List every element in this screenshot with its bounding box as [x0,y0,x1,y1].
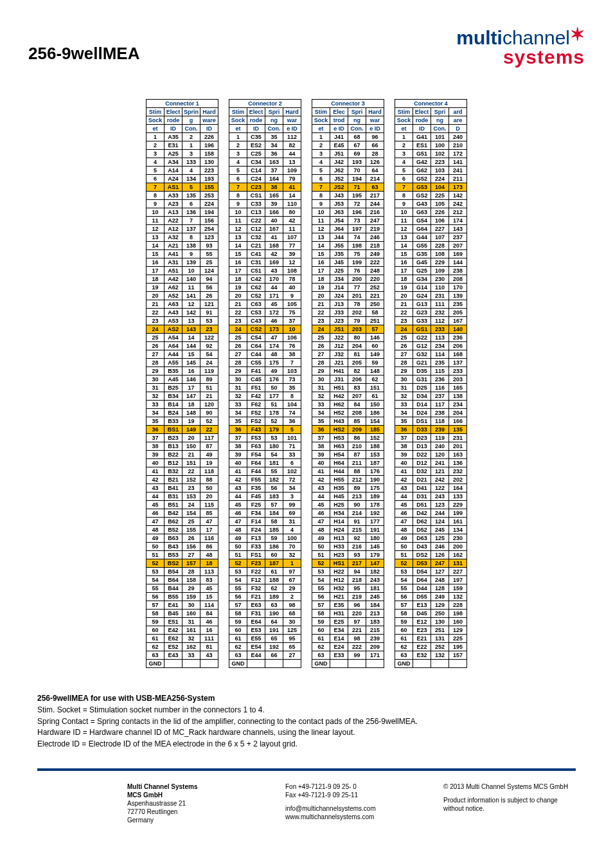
cell: C54 [247,334,265,342]
table-col-header: trod [330,116,348,125]
cell: 7 [312,183,330,192]
cell: A33 [164,192,182,200]
cell: 238 [449,267,467,275]
footer-col-contact: Fon +49-7121-9 09 25- 0 Fax +49-7121-9 0… [285,782,418,829]
cell: 95 [283,635,301,643]
table-row: 31B251751 [146,384,218,392]
cell: H32 [330,584,348,593]
table-row: 24CS217310 [229,325,301,334]
cell: 203 [348,325,366,334]
cell: 116 [200,534,218,543]
cell: 248 [431,576,449,584]
cell: 6 [146,175,164,183]
connector-1-table: Connector 1StimElectSprinHardSockrodegwa… [146,99,218,668]
cell: HS1 [330,559,348,568]
cell: 209 [348,426,366,434]
cell: 204 [348,342,366,350]
cell: 10 [146,208,164,217]
cell: BS1 [164,426,182,434]
table-row: 2ES1100210 [395,141,467,150]
cell: 107 [283,233,301,242]
cell: 16 [182,367,200,375]
cell: 76 [283,342,301,350]
table-row: 20G24231139 [395,292,467,300]
cell: 206 [348,375,366,384]
cell: 20 [146,292,164,300]
cell: 47 [200,518,218,526]
cell: 39 [312,451,330,459]
cell: 146 [182,375,200,384]
table-row: 54D64248197 [395,576,467,584]
cell: 140 [449,325,467,334]
cell: 218 [366,242,384,250]
cell: 108 [283,267,301,275]
cell: 97 [348,618,366,626]
cell: E23 [413,626,431,635]
cell: 115 [431,367,449,375]
table-row: 63E32132157 [395,651,467,660]
table-row: 39B222149 [146,451,218,459]
cell: 2 [229,141,247,150]
cell: 198 [348,242,366,250]
cell: 8 [182,233,200,242]
cell: 40 [265,217,283,225]
cell: 195 [348,192,366,200]
cell: 246 [431,543,449,551]
cell: 196 [348,208,366,217]
table-col-header: ID [200,125,218,133]
cell: F23 [247,559,265,568]
cell: 39 [395,451,413,459]
table-row: 18A4214094 [146,275,218,284]
cell: 179 [265,426,283,434]
cell: 59 [312,618,330,626]
cell: D32 [413,467,431,476]
cell: A51 [164,267,182,275]
cell: D23 [413,434,431,442]
cell: 243 [366,576,384,584]
cell: 64 [265,618,283,626]
cell: 216 [348,543,366,551]
cell: 16 [312,258,330,267]
cell: 117 [200,434,218,442]
cell: 62 [395,643,413,651]
cell: 16 [229,258,247,267]
table-row: 16G45229144 [395,258,467,267]
cell: 158 [182,576,200,584]
cell: 15 [395,250,413,258]
cell: 16 [395,258,413,267]
cell: 146 [366,334,384,342]
cell: 41 [265,233,283,242]
cell: 235 [449,300,467,309]
table-row: 14G55228207 [395,242,467,250]
table-row: 15C414239 [229,250,301,258]
cell: 4 [312,158,330,167]
cell: 35 [395,417,413,426]
cell: B63 [164,534,182,543]
cell: 74 [348,233,366,242]
cell: 43 [229,484,247,493]
cell: 137 [449,359,467,367]
table-row: 33D14117234 [395,401,467,409]
cell: D53 [413,559,431,568]
cell: A62 [164,284,182,292]
table-row: 39H5487153 [312,451,384,459]
cell: A35 [164,133,182,141]
cell: 2 [146,141,164,150]
table-row: 24GS1233140 [395,325,467,334]
cell: 42 [395,476,413,484]
cell: 57 [366,325,384,334]
cell: 63 [265,601,283,610]
cell: 87 [348,451,366,459]
table-row: 37H5386152 [312,434,384,442]
cell: 234 [449,401,467,409]
table-row: 49F1359100 [229,534,301,543]
cell: 200 [449,543,467,551]
cell: 224 [431,175,449,183]
table-row: 16C3116912 [229,258,301,267]
cell: 60 [265,551,283,559]
cell: 178 [366,501,384,509]
cell: 59 [366,359,384,367]
cell: D63 [413,534,431,543]
table-row: 41F4455102 [229,467,301,476]
table-row: 38H63210188 [312,442,384,451]
